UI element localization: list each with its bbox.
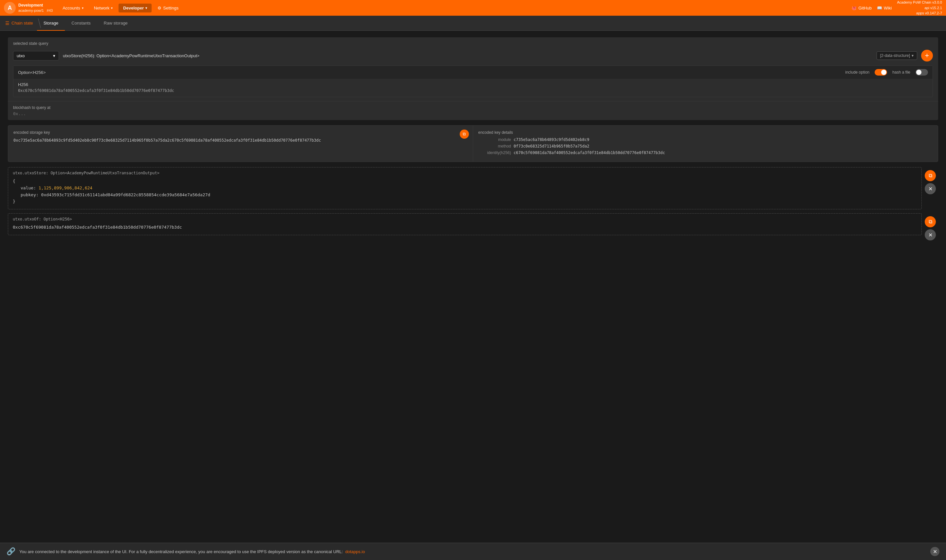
module-label: module xyxy=(478,137,511,142)
result-1-line-3: } xyxy=(13,198,917,205)
results-container: utxo.utxoStore: Option<AcademyPowRuntime… xyxy=(8,167,922,235)
brand-sub: academy-pow/1 #43 xyxy=(19,8,53,13)
blockhash-label: blockhash to query at xyxy=(13,105,933,110)
plus-icon: + xyxy=(925,51,929,60)
notification-text: You are connected to the development ins… xyxy=(19,549,926,554)
state-query-header: selected state query xyxy=(8,37,938,47)
secondary-navigation: ☰ Chain state Storage Constants Raw stor… xyxy=(0,16,946,31)
result-2-body: 0xc670c5f69081da78af400552edcafa3f0f31e8… xyxy=(8,224,921,235)
result-1-header: utxo.utxoStore: Option<AcademyPowRuntime… xyxy=(8,168,921,178)
link-icon: 🔗 xyxy=(6,547,15,556)
wiki-link[interactable]: 📖 Wiki xyxy=(877,6,892,11)
nav-accounts[interactable]: Accounts ▾ xyxy=(58,4,88,12)
hash-a-file-label: hash a file xyxy=(892,70,910,75)
result-card-2: utxo.utxoOf: Option<H256> 0xc670c5f69081… xyxy=(8,213,922,235)
github-link[interactable]: 🐙 GitHub xyxy=(851,6,871,11)
state-query-description: utxoStore(H256): Option<AcademyPowRuntim… xyxy=(63,51,873,60)
module-selector[interactable]: utxo ▾ xyxy=(13,51,59,60)
chevron-down-icon: ▾ xyxy=(111,6,113,10)
close-notification-button[interactable]: ✕ xyxy=(930,547,940,556)
option-header: Option<H256> include option hash a file xyxy=(14,66,932,79)
github-icon: 🐙 xyxy=(851,6,856,11)
include-option-toggle[interactable] xyxy=(875,69,887,75)
result-2-header: utxo.utxoOf: Option<H256> xyxy=(8,214,921,224)
encoded-storage-title: encoded storage key xyxy=(14,130,468,135)
gear-icon: ⚙ xyxy=(157,6,161,11)
encoded-key-details-title: encoded key details xyxy=(478,130,933,135)
close-result-2-button[interactable]: ✕ xyxy=(925,229,936,240)
copy-result-1-button[interactable]: ⧉ xyxy=(925,170,936,181)
option-title: Option<H256> xyxy=(18,70,46,75)
option-section: Option<H256> include option hash a file … xyxy=(13,65,933,97)
option-controls: include option hash a file xyxy=(845,69,928,75)
module-detail-row: module c735e5ac6a78b64893c9fd5d402eb8c9 xyxy=(478,137,933,142)
copy-result-2-button[interactable]: ⧉ xyxy=(925,216,936,227)
h256-value: 0xc670c5f69081da78af400552edcafa3f0f31e8… xyxy=(18,88,928,93)
dotapps-link[interactable]: dotapps.io xyxy=(345,549,365,554)
close-icon: ✕ xyxy=(928,186,932,192)
top-navigation: A Development academy-pow/1 #43 Accounts… xyxy=(0,0,946,16)
include-option-label: include option xyxy=(845,70,869,75)
method-label: method xyxy=(478,144,511,149)
identity-detail-row: identity(h256) c670c5f69081da78af400552e… xyxy=(478,151,933,155)
chevron-down-icon: ▾ xyxy=(53,53,56,58)
brand-info: Development academy-pow/1 #43 xyxy=(19,3,53,13)
identity-value: c670c5f69081da78af400552edcafa3f0f31e84d… xyxy=(514,151,665,155)
close-icon: ✕ xyxy=(928,232,932,238)
result-1-line-2: pubkey: 0xd43593c715fdd31c61141abd04a99f… xyxy=(13,192,917,198)
notification-bar: 🔗 You are connected to the development i… xyxy=(0,543,946,560)
top-right-links: 🐙 GitHub 📖 Wiki Academy PoW Chain v3.0.0… xyxy=(851,0,942,16)
option-body: H256 0xc670c5f69081da78af400552edcafa3f0… xyxy=(14,79,932,97)
menu-icon: ☰ xyxy=(5,21,9,26)
nav-settings[interactable]: ⚙ Settings xyxy=(153,4,183,12)
result-2-actions: ⧉ ✕ xyxy=(925,216,936,240)
tab-constants[interactable]: Constants xyxy=(65,16,97,31)
close-result-1-button[interactable]: ✕ xyxy=(925,183,936,194)
wiki-icon: 📖 xyxy=(877,6,882,11)
nav-developer[interactable]: Developer ▾ xyxy=(119,4,151,12)
brand-name: Development xyxy=(19,3,53,8)
method-value: 0f73c0e68325d7114b965f0b57a75da2 xyxy=(514,144,590,149)
copy-icon: ⧉ xyxy=(929,219,932,225)
copy-icon: ⧉ xyxy=(463,131,466,137)
result-1-line-0: { xyxy=(13,178,917,185)
main-content: selected state query utxo ▾ utxoStore(H2… xyxy=(0,31,946,246)
state-query-row: utxo ▾ utxoStore(H256): Option<AcademyPo… xyxy=(8,47,938,65)
chevron-down-icon: ▾ xyxy=(145,6,147,10)
method-detail-row: method 0f73c0e68325d7114b965f0b57a75da2 xyxy=(478,144,933,149)
version-info: Academy PoW Chain v3.0.0 api v15.2.1 app… xyxy=(897,0,942,16)
blockhash-section: blockhash to query at xyxy=(8,101,938,120)
nav-network[interactable]: Network ▾ xyxy=(90,4,117,12)
result-1-body: { value: 1,125,899,906,842,624 pubkey: 0… xyxy=(8,178,921,209)
state-query-card: selected state query utxo ▾ utxoStore(H2… xyxy=(8,37,938,120)
copy-icon: ⧉ xyxy=(929,173,932,178)
encoded-storage-key: encoded storage key 0xc735e5ac6a78b64893… xyxy=(8,126,473,162)
blockhash-input[interactable] xyxy=(13,111,933,116)
app-logo: A xyxy=(4,2,16,14)
result-1-actions: ⧉ ✕ xyxy=(925,170,936,194)
copy-storage-key-button[interactable]: ⧉ xyxy=(460,129,469,139)
chevron-down-icon: ▾ xyxy=(912,53,914,58)
h256-label: H256 xyxy=(18,82,928,87)
module-value: c735e5ac6a78b64893c9fd5d402eb8c9 xyxy=(514,137,590,142)
section-label: ☰ Chain state xyxy=(5,21,37,26)
hash-a-file-toggle[interactable] xyxy=(915,69,928,75)
tab-raw-storage[interactable]: Raw storage xyxy=(97,16,134,31)
close-icon: ✕ xyxy=(933,549,937,555)
encoded-key-details: encoded key details module c735e5ac6a78b… xyxy=(473,126,938,162)
encoded-section: encoded storage key 0xc735e5ac6a78b64893… xyxy=(8,125,938,162)
add-query-button[interactable]: + xyxy=(921,50,933,62)
result-1-line-1: value: 1,125,899,906,842,624 xyxy=(13,185,917,192)
data-structure-badge[interactable]: [2-data-structure] ▾ xyxy=(877,51,917,60)
encoded-storage-value: 0xc735e5ac6a78b64893c9fd5d402eb8c90f73c0… xyxy=(14,137,468,143)
identity-label: identity(h256) xyxy=(478,151,511,155)
result-2-line-0: 0xc670c5f69081da78af400552edcafa3f0f31e8… xyxy=(13,224,917,231)
tab-storage[interactable]: Storage xyxy=(37,16,65,31)
chevron-down-icon: ▾ xyxy=(82,6,83,10)
result-card-1: utxo.utxoStore: Option<AcademyPowRuntime… xyxy=(8,167,922,209)
